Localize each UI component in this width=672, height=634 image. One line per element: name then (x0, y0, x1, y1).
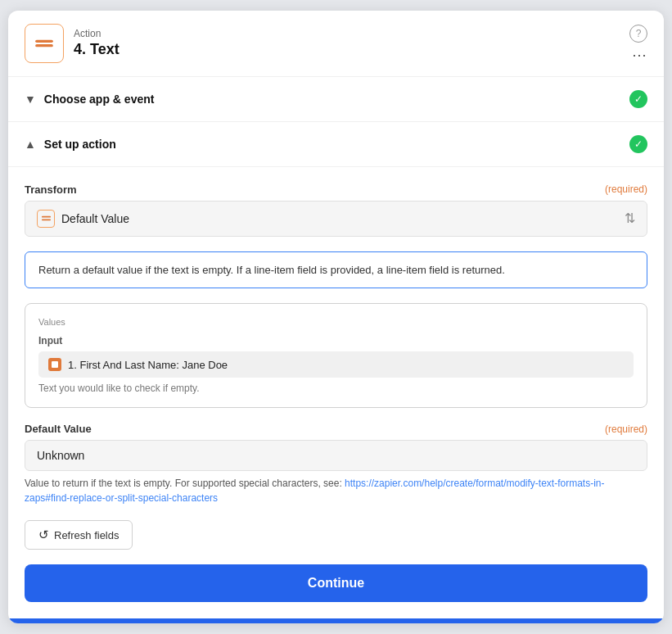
choose-app-section[interactable]: ▼ Choose app & event ✓ (8, 77, 664, 122)
transform-required: (required) (605, 183, 647, 195)
action-icon-box (25, 24, 64, 63)
values-label: Values (38, 317, 634, 327)
help-text-before: Value to return if the text is empty. Fo… (25, 478, 345, 489)
main-card: Action 4. Text ? ⋯ ▼ Choose app & event … (8, 11, 664, 624)
transform-value: Default Value (61, 212, 129, 225)
svg-rect-2 (41, 216, 50, 218)
header-label: Action (74, 28, 120, 39)
chip-text: 1. First And Last Name: Jane Doe (68, 359, 228, 371)
input-value-chip: 1. First And Last Name: Jane Doe (38, 351, 634, 378)
default-value-label: Default Value (25, 423, 92, 435)
default-value-required: (required) (605, 423, 647, 435)
setup-action-check: ✓ (629, 135, 647, 153)
transform-label-row: Transform (required) (25, 183, 647, 196)
header: Action 4. Text ? ⋯ (8, 11, 664, 77)
refresh-label: Refresh fields (54, 529, 119, 541)
chip-icon-inner (52, 361, 58, 368)
chip-icon (48, 358, 61, 371)
setup-action-body: Transform (required) Default Value ⇅ (8, 167, 664, 550)
default-value-field-group: Default Value (required) Value to return… (25, 423, 647, 505)
transform-select[interactable]: Default Value ⇅ (25, 201, 647, 237)
bottom-bar (8, 618, 664, 623)
header-title: 4. Text (74, 41, 120, 58)
default-value-label-row: Default Value (required) (25, 423, 647, 435)
info-box: Return a default value if the text is em… (25, 251, 647, 289)
input-hint: Text you would like to check if empty. (38, 383, 634, 394)
transform-field-group: Transform (required) Default Value ⇅ (25, 183, 647, 237)
continue-button[interactable]: Continue (25, 564, 647, 602)
header-text: Action 4. Text (74, 28, 120, 58)
info-box-text: Return a default value if the text is em… (38, 264, 505, 276)
values-box: Values Input 1. First And Last Name: Jan… (25, 303, 647, 408)
default-value-help: Value to return if the text is empty. Fo… (25, 476, 647, 505)
more-button[interactable]: ⋯ (632, 48, 647, 62)
header-actions: ? ⋯ (629, 25, 647, 62)
refresh-icon: ↺ (38, 528, 49, 542)
transform-select-inner: Default Value (37, 210, 129, 228)
choose-app-check: ✓ (629, 90, 647, 108)
choose-app-chevron: ▼ (25, 93, 36, 106)
svg-rect-1 (35, 44, 53, 47)
action-icon (34, 33, 55, 54)
default-value-input[interactable] (25, 440, 647, 471)
choose-app-title: Choose app & event (44, 93, 155, 106)
setup-action-title: Set up action (44, 138, 116, 151)
svg-rect-0 (35, 39, 53, 42)
svg-rect-3 (41, 220, 50, 221)
setup-action-section[interactable]: ▲ Set up action ✓ (8, 122, 664, 167)
transform-label: Transform (25, 183, 77, 196)
transform-icon-svg (41, 213, 52, 224)
select-arrows-icon: ⇅ (625, 211, 635, 226)
help-button[interactable]: ? (629, 25, 647, 43)
refresh-fields-button[interactable]: ↺ Refresh fields (25, 520, 133, 550)
input-sub-label: Input (38, 335, 634, 346)
setup-action-chevron: ▲ (25, 138, 36, 151)
transform-select-icon (37, 210, 55, 228)
